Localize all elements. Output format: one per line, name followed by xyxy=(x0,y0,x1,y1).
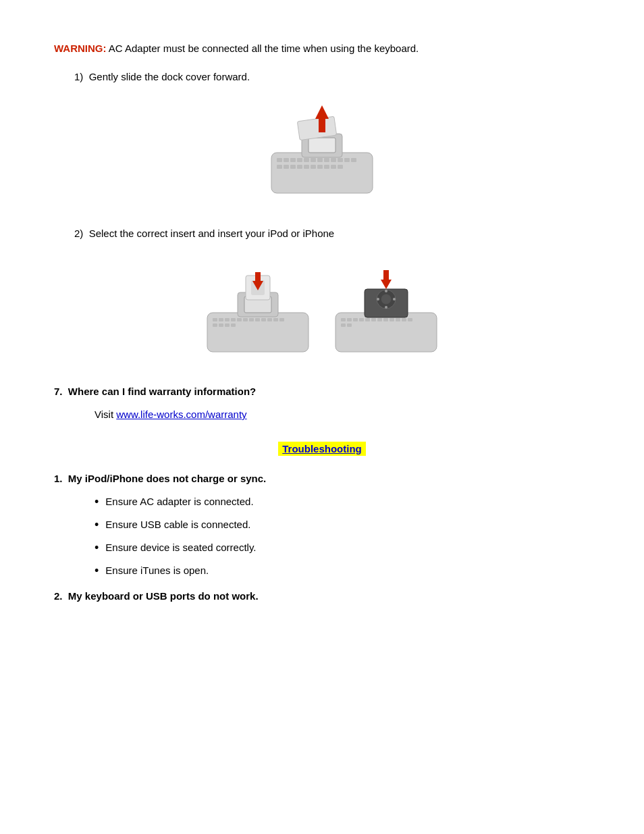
step-1-image-container xyxy=(54,99,590,207)
svg-point-68 xyxy=(385,306,387,309)
svg-rect-34 xyxy=(249,318,254,321)
svg-rect-53 xyxy=(359,318,364,321)
svg-rect-21 xyxy=(331,165,336,169)
svg-rect-50 xyxy=(341,318,346,321)
warranty-visit-line: Visit www.life-works.com/warranty xyxy=(95,407,590,423)
svg-point-67 xyxy=(385,290,387,292)
warning-label: WARNING: xyxy=(54,43,107,54)
svg-rect-58 xyxy=(390,318,394,321)
svg-rect-10 xyxy=(338,158,343,162)
bullet-item: • Ensure iTunes is open. xyxy=(95,563,590,579)
issue-1-title: 1. My iPod/iPhone does not charge or syn… xyxy=(54,471,590,487)
svg-point-69 xyxy=(377,298,379,301)
svg-rect-31 xyxy=(231,318,236,321)
bullet-text: Ensure USB cable is connected. xyxy=(105,517,250,533)
bullet-dot: • xyxy=(95,518,99,533)
bullet-item: • Ensure USB cable is connected. xyxy=(95,517,590,533)
step-1-number: 1) xyxy=(74,71,83,82)
svg-rect-60 xyxy=(402,318,406,321)
dock-insert-image-1 xyxy=(200,255,315,363)
warranty-link-text: www.life-works.com/warranty xyxy=(116,409,246,420)
step-1-text: Gently slide the dock cover forward. xyxy=(89,71,250,82)
svg-rect-54 xyxy=(365,318,370,321)
svg-rect-3 xyxy=(290,158,296,162)
troubleshooting-header: Troubleshooting xyxy=(54,443,590,454)
issue-2-number: 2. xyxy=(54,590,63,602)
svg-rect-33 xyxy=(243,318,248,321)
svg-rect-24 xyxy=(308,138,336,153)
svg-point-70 xyxy=(393,298,396,301)
warranty-link[interactable]: www.life-works.com/warranty xyxy=(116,409,246,420)
issue-2: 2. My keyboard or USB ports do not work. xyxy=(54,588,590,604)
svg-rect-1 xyxy=(277,158,282,162)
svg-rect-61 xyxy=(408,318,412,321)
svg-point-66 xyxy=(381,294,391,304)
svg-rect-40 xyxy=(213,323,217,327)
svg-rect-41 xyxy=(219,323,223,327)
svg-rect-36 xyxy=(261,318,266,321)
svg-rect-4 xyxy=(297,158,302,162)
bullet-text: Ensure iTunes is open. xyxy=(105,563,209,579)
svg-rect-19 xyxy=(317,165,323,169)
warning-text: AC Adapter must be connected all the tim… xyxy=(107,43,419,54)
svg-rect-11 xyxy=(344,158,350,162)
svg-rect-52 xyxy=(353,318,358,321)
bullet-item: • Ensure AC adapter is connected. xyxy=(95,494,590,510)
issue-1: 1. My iPod/iPhone does not charge or syn… xyxy=(54,471,590,579)
warranty-question-text: Where can I find warranty information? xyxy=(68,386,256,397)
issue-1-bullets: • Ensure AC adapter is connected. • Ensu… xyxy=(95,494,590,579)
step-1: 1) Gently slide the dock cover forward. xyxy=(74,69,590,85)
visit-prefix: Visit xyxy=(95,409,116,420)
issue-2-title: 2. My keyboard or USB ports do not work. xyxy=(54,588,590,604)
step-2: 2) Select the correct insert and insert … xyxy=(74,226,590,242)
bullet-dot: • xyxy=(95,541,99,556)
step-2-number: 2) xyxy=(74,228,83,239)
warning-block: WARNING: AC Adapter must be connected al… xyxy=(54,41,590,57)
warranty-section: 7. Where can I find warranty information… xyxy=(54,384,590,423)
svg-rect-20 xyxy=(324,165,329,169)
svg-rect-6 xyxy=(311,158,316,162)
bullet-item: • Ensure device is seated correctly. xyxy=(95,540,590,556)
svg-rect-28 xyxy=(213,318,217,321)
svg-rect-7 xyxy=(317,158,323,162)
svg-rect-2 xyxy=(284,158,289,162)
svg-rect-5 xyxy=(304,158,309,162)
svg-rect-38 xyxy=(273,318,278,321)
issue-2-title-text: My keyboard or USB ports do not work. xyxy=(68,590,259,602)
svg-rect-32 xyxy=(237,318,242,321)
svg-rect-14 xyxy=(284,165,289,169)
svg-rect-16 xyxy=(297,165,302,169)
bullet-dot: • xyxy=(95,564,99,579)
dock-insert-image-2 xyxy=(329,255,444,363)
svg-rect-30 xyxy=(225,318,230,321)
svg-rect-17 xyxy=(304,165,309,169)
svg-rect-35 xyxy=(255,318,260,321)
troubleshooting-label: Troubleshooting xyxy=(278,442,366,456)
svg-rect-55 xyxy=(371,318,376,321)
bullet-dot: • xyxy=(95,495,99,510)
warranty-question: 7. Where can I find warranty information… xyxy=(54,384,590,400)
svg-rect-63 xyxy=(347,323,352,327)
step-2-image-container xyxy=(54,255,590,363)
step-2-text: Select the correct insert and insert you… xyxy=(89,228,335,239)
svg-rect-43 xyxy=(231,323,236,327)
svg-rect-12 xyxy=(351,158,356,162)
issue-1-title-text: My iPod/iPhone does not charge or sync. xyxy=(68,473,266,484)
issue-1-number: 1. xyxy=(54,473,63,484)
svg-rect-57 xyxy=(383,318,388,321)
svg-rect-18 xyxy=(311,165,316,169)
dock-cover-image xyxy=(265,99,379,207)
svg-rect-22 xyxy=(338,165,343,169)
svg-rect-51 xyxy=(347,318,352,321)
svg-rect-37 xyxy=(267,318,272,321)
svg-rect-13 xyxy=(277,165,282,169)
svg-rect-15 xyxy=(290,165,296,169)
svg-rect-56 xyxy=(377,318,382,321)
svg-marker-71 xyxy=(381,270,392,289)
svg-rect-59 xyxy=(396,318,400,321)
warranty-number: 7. xyxy=(54,386,63,397)
bullet-text: Ensure device is seated correctly. xyxy=(105,540,256,556)
svg-rect-9 xyxy=(331,158,336,162)
svg-rect-8 xyxy=(324,158,329,162)
svg-rect-42 xyxy=(225,323,230,327)
